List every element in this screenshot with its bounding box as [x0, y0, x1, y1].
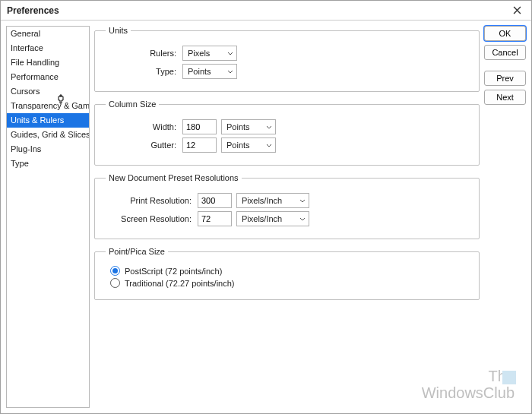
units-legend: Units	[106, 26, 131, 35]
gutter-unit-value: Points	[226, 141, 261, 150]
sidebar-item-general[interactable]: General	[7, 27, 89, 41]
sidebar-item-cursors[interactable]: Cursors	[7, 84, 89, 99]
close-button[interactable]	[508, 4, 525, 17]
column-legend: Column Size	[106, 100, 159, 109]
dialog-body: General Interface File Handling Performa…	[1, 21, 531, 413]
gutter-row: Gutter: Points	[106, 137, 468, 153]
traditional-label: Traditional (72.27 points/inch)	[125, 279, 235, 288]
chevron-down-icon	[299, 217, 306, 221]
sidebar-item-file-handling[interactable]: File Handling	[7, 55, 89, 70]
print-unit-dropdown[interactable]: Pixels/Inch	[236, 193, 309, 208]
rulers-dropdown[interactable]: Pixels	[182, 46, 237, 61]
preset-legend: New Document Preset Resolutions	[106, 173, 242, 182]
preset-resolutions-group: New Document Preset Resolutions Print Re…	[94, 173, 480, 239]
chevron-down-icon	[266, 125, 272, 129]
radio-icon	[110, 266, 120, 276]
print-row: Print Resolution: Pixels/Inch	[106, 193, 468, 208]
sidebar-item-transparency-gamut[interactable]: Transparency & Gamut	[7, 99, 89, 113]
sidebar-item-guides-grid-slices[interactable]: Guides, Grid & Slices	[7, 128, 89, 142]
gutter-unit-dropdown[interactable]: Points	[221, 137, 276, 153]
sidebar-item-type[interactable]: Type	[7, 156, 89, 171]
radio-postscript[interactable]: PostScript (72 points/inch)	[110, 266, 468, 276]
sidebar-item-interface[interactable]: Interface	[7, 41, 89, 55]
type-label: Type:	[106, 67, 178, 76]
print-label: Print Resolution:	[106, 196, 193, 205]
gutter-label: Gutter:	[106, 141, 178, 150]
chevron-down-icon	[227, 52, 233, 55]
sidebar: General Interface File Handling Performa…	[6, 26, 90, 408]
screen-label: Screen Resolution:	[106, 214, 193, 223]
cancel-button[interactable]: Cancel	[484, 45, 526, 60]
titlebar: Preferences	[1, 1, 531, 21]
window-title: Preferences	[7, 5, 59, 16]
screen-row: Screen Resolution: Pixels/Inch	[106, 211, 468, 226]
next-button[interactable]: Next	[484, 90, 526, 105]
radio-icon	[110, 278, 120, 288]
print-resolution-input[interactable]	[198, 193, 232, 208]
width-unit-dropdown[interactable]: Points	[221, 119, 276, 134]
chevron-down-icon	[266, 144, 272, 147]
postscript-label: PostScript (72 points/inch)	[125, 267, 222, 276]
preferences-window: Preferences General Interface File Handl…	[0, 0, 532, 414]
width-input[interactable]	[182, 119, 217, 134]
width-row: Width: Points	[106, 119, 468, 134]
type-row: Type: Points	[106, 64, 468, 79]
column-size-group: Column Size Width: Points Gutter: Points	[94, 100, 480, 166]
spacer	[484, 64, 526, 67]
chevron-down-icon	[299, 199, 306, 203]
close-icon	[513, 6, 521, 14]
button-column: OK Cancel Prev Next	[484, 26, 526, 408]
screen-unit-value: Pixels/Inch	[242, 214, 295, 223]
print-unit-value: Pixels/Inch	[242, 196, 295, 205]
sidebar-item-plug-ins[interactable]: Plug-Ins	[7, 142, 89, 156]
width-label: Width:	[106, 122, 178, 131]
radio-traditional[interactable]: Traditional (72.27 points/inch)	[110, 278, 468, 288]
pointpica-legend: Point/Pica Size	[106, 247, 168, 256]
chevron-down-icon	[227, 70, 233, 74]
sidebar-item-performance[interactable]: Performance	[7, 70, 89, 84]
sidebar-item-units-rulers[interactable]: Units & Rulers	[7, 113, 89, 128]
prev-button[interactable]: Prev	[484, 71, 526, 86]
content-panel: Units Rulers: Pixels Type: Points	[94, 26, 480, 408]
type-dropdown[interactable]: Points	[182, 64, 237, 79]
width-unit-value: Points	[226, 122, 261, 131]
type-value: Points	[188, 67, 223, 76]
screen-unit-dropdown[interactable]: Pixels/Inch	[236, 211, 309, 226]
rulers-label: Rulers:	[106, 49, 178, 58]
rulers-row: Rulers: Pixels	[106, 46, 468, 61]
rulers-value: Pixels	[188, 49, 223, 58]
radio-dot-icon	[112, 268, 118, 273]
ok-button[interactable]: OK	[484, 26, 526, 41]
point-pica-group: Point/Pica Size PostScript (72 points/in…	[94, 247, 480, 300]
gutter-input[interactable]	[182, 137, 217, 153]
units-group: Units Rulers: Pixels Type: Points	[94, 26, 480, 92]
screen-resolution-input[interactable]	[198, 211, 232, 226]
